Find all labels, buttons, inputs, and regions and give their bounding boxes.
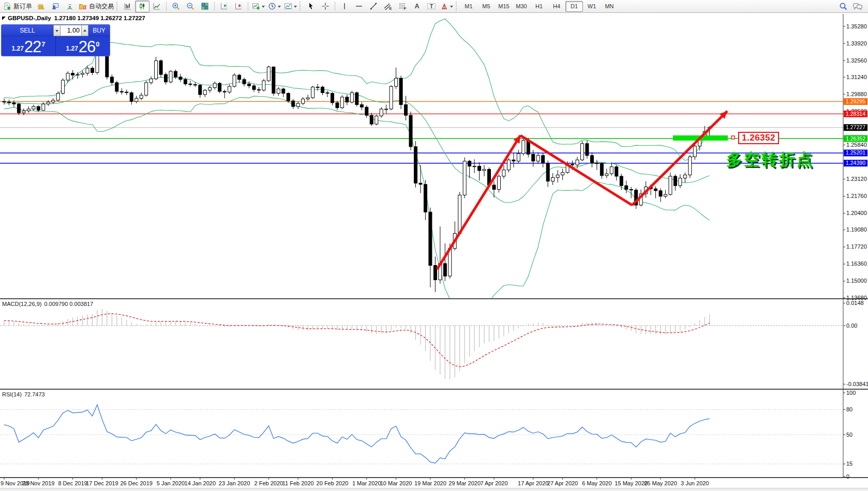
candle-body: [292, 101, 295, 106]
volume-input[interactable]: [61, 25, 81, 36]
timeframe-button-H1[interactable]: H1: [530, 1, 548, 12]
timeframe-button-H4[interactable]: H4: [548, 1, 565, 12]
candle-body: [218, 83, 221, 91]
candle-body: [159, 60, 162, 74]
line-chart-mode-button[interactable]: [149, 1, 164, 12]
candle-body: [478, 166, 481, 171]
candle-body: [542, 156, 545, 163]
svg-text:2 Feb 2020: 2 Feb 2020: [255, 480, 283, 486]
chart-ohlc-values: 1.27180 1.27349 1.26272 1.27227: [54, 15, 145, 21]
macd-signal-line: [4, 314, 710, 367]
signals-button[interactable]: [63, 1, 77, 12]
candle-body: [262, 81, 265, 90]
svg-text:28 Nov 2019: 28 Nov 2019: [22, 480, 54, 486]
candle-body: [605, 174, 608, 176]
zone-anchor-handle: [731, 136, 735, 139]
candle-body: [37, 106, 40, 110]
candle-body: [419, 183, 422, 184]
candle-body: [590, 156, 593, 163]
svg-text:17 Dec 2019: 17 Dec 2019: [86, 480, 118, 486]
candle-body: [164, 74, 168, 82]
candle-body: [125, 92, 128, 93]
new-order-button[interactable]: 新订单: [2, 1, 34, 12]
deposit-button[interactable]: [34, 1, 48, 12]
candle-body: [340, 97, 343, 108]
horizontal-line-tool-button[interactable]: [352, 1, 366, 12]
cursor-tool-button[interactable]: [304, 1, 318, 12]
equidistant-channel-tool-button[interactable]: E: [381, 1, 395, 12]
trendline-tool-button[interactable]: [366, 1, 381, 12]
svg-text:15: 15: [846, 461, 852, 467]
zoom-out-button[interactable]: [183, 1, 198, 12]
rsi-value: 72.7473: [24, 391, 45, 397]
fibonacci-tool-button[interactable]: F: [395, 1, 410, 12]
volume-increase-button[interactable]: [81, 25, 88, 36]
vertical-line-icon: [340, 2, 349, 10]
svg-text:0.0148: 0.0148: [846, 300, 864, 306]
buy-tab[interactable]: BUY: [88, 25, 110, 36]
candle-body: [659, 191, 662, 196]
date-axis: 9 Nov 201928 Nov 20198 Dec 201917 Dec 20…: [1, 478, 709, 486]
search-button[interactable]: [836, 1, 850, 12]
macd-name: MACD(12,26,9): [2, 301, 41, 307]
svg-text:1 Mar 2020: 1 Mar 2020: [352, 480, 381, 486]
chat-button[interactable]: [850, 1, 865, 12]
tile-windows-button[interactable]: [198, 1, 212, 12]
candle-body: [3, 101, 6, 102]
candle-body: [522, 141, 525, 154]
bar-chart-mode-button[interactable]: [121, 1, 135, 12]
candle-body: [135, 98, 138, 101]
candle-body: [145, 83, 148, 95]
dropdown-caret-icon: [450, 6, 453, 9]
sell-tab[interactable]: SELL: [2, 25, 53, 36]
candle-body: [664, 194, 667, 196]
vertical-line-tool-button[interactable]: [337, 1, 352, 12]
templates-button[interactable]: [282, 1, 298, 12]
candle-body: [238, 75, 241, 80]
svg-text:1.19080: 1.19080: [846, 226, 867, 233]
buy-price-button[interactable]: 1.27260: [56, 36, 110, 56]
candle-body: [311, 87, 315, 98]
text-label-tool-button[interactable]: T: [424, 1, 439, 12]
client-terminal-button[interactable]: [48, 1, 63, 12]
timeframe-button-MN[interactable]: MN: [601, 1, 618, 12]
autotrading-button[interactable]: 自动交易: [77, 1, 115, 12]
candle-body: [248, 84, 251, 86]
auto-scroll-button[interactable]: [231, 1, 246, 12]
crosshair-tool-button[interactable]: [318, 1, 333, 12]
chart-canvas[interactable]: 1.352801.339201.325601.312401.298801.285…: [0, 0, 868, 491]
svg-text:-0.038415: -0.038415: [846, 381, 868, 387]
timeframe-button-M30[interactable]: M30: [513, 1, 530, 12]
text-tool-button[interactable]: A: [410, 1, 424, 12]
timeframe-button-W1[interactable]: W1: [583, 1, 601, 12]
timeframe-button-M5[interactable]: M5: [477, 1, 495, 12]
price-tag-label[interactable]: 1.26352: [738, 132, 779, 144]
buy-price-prefix: 1.27: [66, 45, 78, 52]
rsi-indicator-label: RSI(14)72.7473: [2, 391, 48, 397]
timeframe-button-M15[interactable]: M15: [495, 1, 513, 12]
arrows-tool-button[interactable]: [439, 1, 455, 12]
sell-price-button[interactable]: 1.27227: [2, 36, 55, 56]
add-indicator-icon: [252, 2, 260, 10]
timeframe-button-D1[interactable]: D1: [565, 1, 583, 12]
candle-body: [110, 77, 113, 83]
gold-ingot-icon: [37, 2, 45, 10]
periods-button[interactable]: [266, 1, 282, 12]
zoom-in-button[interactable]: [169, 1, 183, 12]
chart-shift-button[interactable]: [217, 1, 231, 12]
arrow-objects-icon: [440, 2, 448, 10]
candle-body: [674, 176, 677, 186]
svg-text:25 May 2020: 25 May 2020: [644, 480, 677, 486]
turning-point-annotation[interactable]: 多空转折点: [726, 149, 814, 171]
macd-histogram: [4, 309, 710, 379]
timeframe-button-M1[interactable]: M1: [460, 1, 477, 12]
chart-template-icon: [284, 2, 292, 10]
indicators-button[interactable]: [250, 1, 266, 12]
candle-body: [620, 176, 623, 186]
volume-decrease-button[interactable]: [53, 25, 61, 36]
macd-indicator-label: MACD(12,26,9)0.009790 0.003817: [2, 301, 96, 307]
candle-body: [355, 93, 358, 104]
candle-body: [414, 147, 417, 183]
candlestick-mode-button[interactable]: [135, 1, 149, 12]
candle-body: [615, 167, 618, 176]
